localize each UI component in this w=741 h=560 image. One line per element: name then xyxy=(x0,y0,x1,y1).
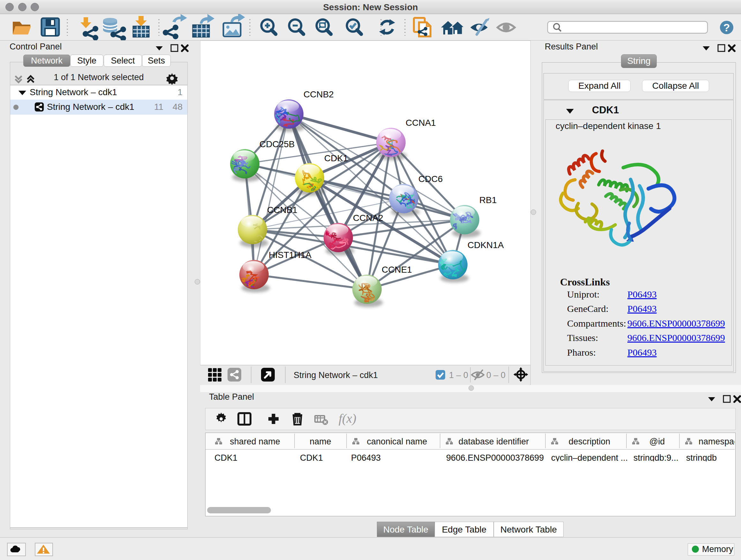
svg-text:CDC6: CDC6 xyxy=(418,174,443,184)
svg-text:name: name xyxy=(310,437,331,446)
svg-text:namespac: namespac xyxy=(698,437,735,446)
svg-text:0 – 0: 0 – 0 xyxy=(486,370,506,380)
svg-text:P06493: P06493 xyxy=(351,453,381,461)
svg-text:database identifier: database identifier xyxy=(459,437,529,446)
svg-text:String Network – cdk1: String Network – cdk1 xyxy=(293,370,378,380)
svg-text:1 – 0: 1 – 0 xyxy=(449,370,468,380)
svg-text:stringdb:9...: stringdb:9... xyxy=(633,453,678,461)
svg-text:HIST1H1A: HIST1H1A xyxy=(269,250,312,260)
svg-text:CDK1: CDK1 xyxy=(214,453,238,461)
svg-text:CDKN1A: CDKN1A xyxy=(468,240,504,250)
svg-text:cyclin–dependent ...: cyclin–dependent ... xyxy=(551,453,628,461)
svg-text:9606.ENSP00000378699: 9606.ENSP00000378699 xyxy=(446,453,544,461)
svg-text:CDK1: CDK1 xyxy=(324,153,348,163)
svg-text:stringdb: stringdb xyxy=(686,453,717,461)
svg-text:f(x): f(x) xyxy=(339,411,356,426)
svg-text:CDC25B: CDC25B xyxy=(259,139,294,149)
svg-text:shared name: shared name xyxy=(230,437,280,446)
svg-text:CDK1: CDK1 xyxy=(300,453,323,461)
svg-text:RB1: RB1 xyxy=(479,195,496,205)
svg-text:@id: @id xyxy=(650,437,665,446)
svg-text:?: ? xyxy=(724,21,730,34)
svg-text:CCNB2: CCNB2 xyxy=(304,89,334,99)
svg-text:CCNA2: CCNA2 xyxy=(353,213,383,223)
svg-text:CCNE1: CCNE1 xyxy=(382,265,412,274)
svg-text:CCNB1: CCNB1 xyxy=(267,205,297,215)
svg-text:canonical name: canonical name xyxy=(367,437,427,446)
svg-text:CCNA1: CCNA1 xyxy=(406,118,436,128)
svg-text:description: description xyxy=(569,437,610,446)
